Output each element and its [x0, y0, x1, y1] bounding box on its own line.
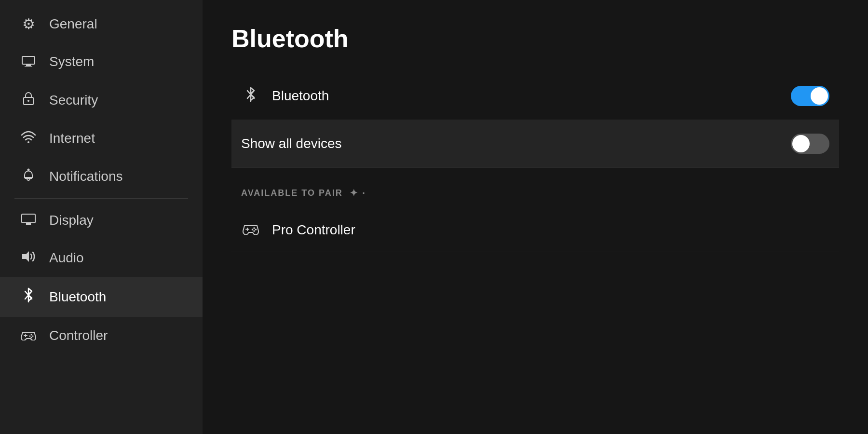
main-content: Bluetooth Bluetooth Show all devices AVA… — [203, 0, 868, 434]
sidebar-item-notifications[interactable]: Notifications — [0, 157, 203, 195]
svg-rect-7 — [25, 177, 32, 179]
svg-point-5 — [27, 141, 29, 143]
sidebar-item-label: Notifications — [49, 169, 123, 184]
svg-point-21 — [255, 229, 257, 231]
sidebar-item-label: System — [49, 54, 94, 69]
svg-point-14 — [31, 334, 32, 336]
show-all-devices-row[interactable]: Show all devices — [231, 120, 839, 168]
list-item[interactable]: Pro Controller — [231, 208, 839, 252]
svg-point-15 — [32, 336, 34, 337]
svg-rect-0 — [22, 56, 35, 64]
sidebar-item-label: Bluetooth — [49, 289, 106, 305]
bluetooth-toggle-row[interactable]: Bluetooth — [231, 72, 839, 120]
sidebar-item-label: Display — [49, 213, 94, 228]
svg-point-4 — [27, 100, 29, 102]
svg-rect-1 — [26, 65, 31, 66]
controller-icon — [19, 327, 38, 344]
bluetooth-icon — [19, 287, 38, 306]
sidebar-item-system[interactable]: System — [0, 43, 203, 81]
bluetooth-row-icon — [241, 87, 260, 106]
svg-rect-9 — [26, 223, 31, 225]
sidebar-item-label: Audio — [49, 250, 84, 266]
system-icon — [19, 54, 38, 70]
sidebar-item-label: Controller — [49, 328, 108, 343]
svg-rect-2 — [25, 66, 32, 67]
audio-icon — [19, 250, 38, 266]
scanning-spinner: ✦ · — [350, 187, 366, 199]
sidebar-divider — [14, 198, 188, 199]
available-to-pair-label: AVAILABLE TO PAIR — [241, 188, 343, 198]
sidebar-item-security[interactable]: Security — [0, 81, 203, 120]
page-title: Bluetooth — [231, 24, 839, 53]
wifi-icon — [19, 130, 38, 147]
pro-controller-name: Pro Controller — [272, 222, 355, 238]
notifications-icon — [19, 168, 38, 185]
sidebar-item-label: Security — [49, 93, 98, 108]
sidebar-item-bluetooth[interactable]: Bluetooth — [0, 277, 203, 317]
svg-rect-8 — [22, 214, 35, 223]
gear-icon: ⚙ — [19, 15, 38, 32]
display-icon — [19, 212, 38, 229]
svg-marker-11 — [22, 251, 29, 262]
sidebar-item-display[interactable]: Display — [0, 202, 203, 239]
pro-controller-icon — [241, 222, 260, 238]
show-all-devices-toggle-thumb — [792, 135, 810, 152]
svg-point-17 — [31, 337, 32, 339]
bluetooth-toggle-thumb — [811, 87, 828, 105]
show-all-devices-toggle[interactable] — [791, 134, 829, 154]
sidebar-item-general[interactable]: ⚙ General — [0, 5, 203, 43]
sidebar-item-controller[interactable]: Controller — [0, 317, 203, 354]
bluetooth-row-label: Bluetooth — [272, 88, 791, 104]
sidebar: ⚙ General System Security — [0, 0, 203, 434]
svg-rect-19 — [245, 229, 249, 230]
svg-rect-10 — [25, 225, 32, 225]
svg-point-22 — [252, 229, 254, 231]
sidebar-item-label: General — [49, 16, 97, 32]
device-list: Pro Controller — [231, 208, 839, 252]
sidebar-item-internet[interactable]: Internet — [0, 120, 203, 157]
available-to-pair-header: AVAILABLE TO PAIR ✦ · — [231, 168, 839, 208]
bluetooth-toggle[interactable] — [791, 86, 829, 106]
svg-rect-13 — [24, 335, 27, 336]
svg-point-16 — [29, 336, 31, 337]
svg-point-20 — [253, 227, 255, 229]
sidebar-item-label: Internet — [49, 131, 95, 146]
svg-point-23 — [253, 230, 255, 232]
sidebar-item-audio[interactable]: Audio — [0, 239, 203, 277]
lock-icon — [19, 91, 38, 109]
show-all-devices-label: Show all devices — [241, 136, 791, 151]
